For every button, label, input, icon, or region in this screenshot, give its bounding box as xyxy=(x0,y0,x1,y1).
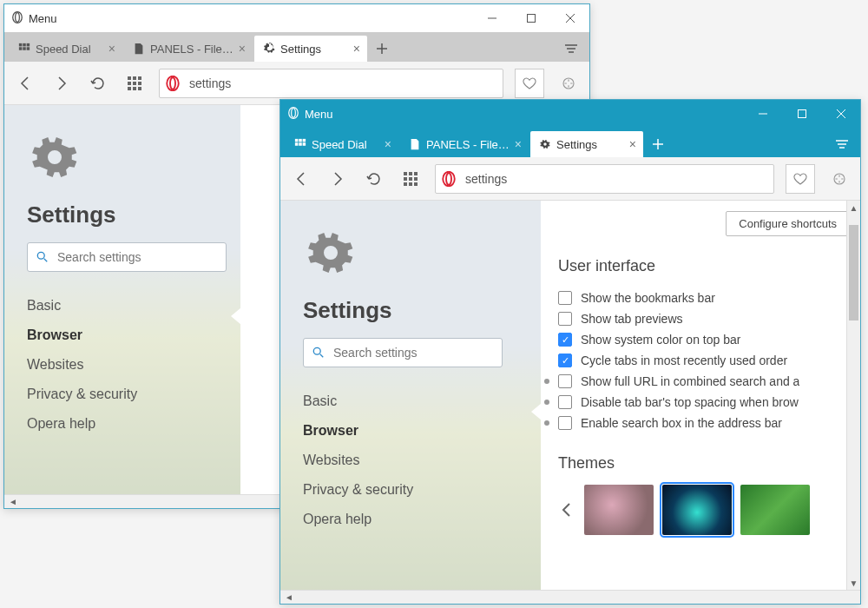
nav-opera-help[interactable]: Opera help xyxy=(303,505,523,534)
svg-rect-20 xyxy=(128,82,131,85)
scroll-up-icon[interactable]: ▲ xyxy=(847,201,860,215)
svg-rect-18 xyxy=(133,76,136,80)
nav-browser[interactable]: Browser xyxy=(27,321,223,350)
tab-settings[interactable]: Settings × xyxy=(530,131,643,157)
sidebar-title: Settings xyxy=(27,202,223,228)
opt-show-tab-previews[interactable]: Show tab previews xyxy=(558,308,850,329)
svg-rect-55 xyxy=(409,182,412,186)
tab-menu-icon[interactable] xyxy=(829,131,855,157)
tab-close-icon[interactable]: × xyxy=(239,43,246,55)
tab-panels-file[interactable]: PANELS - File… × xyxy=(124,36,253,62)
tab-label: Settings xyxy=(280,43,321,56)
tab-label: PANELS - File… xyxy=(150,43,233,56)
address-input[interactable] xyxy=(187,76,497,91)
maximize-button[interactable] xyxy=(511,4,550,32)
checkbox[interactable] xyxy=(558,395,572,409)
tab-strip: Speed Dial × PANELS - File… × Settings × xyxy=(280,128,860,157)
scroll-left-icon[interactable]: ◄ xyxy=(6,497,20,506)
chevron-left-icon[interactable] xyxy=(558,501,575,519)
scroll-thumb[interactable] xyxy=(849,225,858,321)
checkbox[interactable] xyxy=(558,333,572,347)
minimize-button[interactable] xyxy=(743,100,782,128)
forward-button[interactable] xyxy=(326,167,350,191)
nav-privacy-security[interactable]: Privacy & security xyxy=(27,380,223,409)
nav-browser[interactable]: Browser xyxy=(303,416,523,446)
opt-enable-search-box[interactable]: Enable search box in the address bar xyxy=(544,413,850,433)
theme-thumb-3[interactable] xyxy=(740,485,810,535)
extensions-button[interactable] xyxy=(556,71,581,96)
bookmark-heart-button[interactable] xyxy=(515,69,544,98)
svg-rect-10 xyxy=(23,47,26,50)
horizontal-scrollbar[interactable]: ◄ xyxy=(280,590,860,604)
svg-rect-51 xyxy=(404,177,407,181)
opt-cycle-tabs-mru[interactable]: Cycle tabs in most recently used order xyxy=(558,350,850,371)
opt-disable-tab-spacing[interactable]: Disable tab bar's top spacing when brow xyxy=(544,392,850,413)
sidebar-search[interactable] xyxy=(27,242,227,272)
back-button[interactable] xyxy=(289,167,313,191)
tab-close-icon[interactable]: × xyxy=(353,43,360,55)
scroll-down-icon[interactable]: ▼ xyxy=(847,576,860,590)
opt-show-system-color[interactable]: Show system color on top bar xyxy=(558,329,850,350)
checkbox[interactable] xyxy=(558,291,572,305)
checkbox[interactable] xyxy=(558,312,572,326)
tab-speed-dial[interactable]: Speed Dial × xyxy=(10,36,122,62)
checkbox[interactable] xyxy=(558,354,572,367)
nav-websites[interactable]: Websites xyxy=(27,350,223,380)
address-bar[interactable] xyxy=(159,69,503,98)
opt-show-bookmarks-bar[interactable]: Show the bookmarks bar xyxy=(558,287,850,308)
svg-rect-9 xyxy=(19,47,23,50)
opt-label: Disable tab bar's top spacing when brow xyxy=(581,395,799,409)
tab-close-icon[interactable]: × xyxy=(629,138,636,150)
theme-thumb-1[interactable] xyxy=(584,485,654,535)
settings-gear-icon xyxy=(303,225,358,281)
section-themes: Themes xyxy=(558,454,850,473)
tab-label: Settings xyxy=(556,138,597,151)
vertical-scrollbar[interactable]: ▲ ▼ xyxy=(846,201,860,590)
toolbar xyxy=(280,157,860,201)
maximize-button[interactable] xyxy=(782,100,821,128)
new-tab-button[interactable] xyxy=(645,131,671,157)
address-bar[interactable] xyxy=(435,164,774,194)
extensions-button[interactable] xyxy=(827,167,852,191)
reload-button[interactable] xyxy=(86,71,110,96)
nav-basic[interactable]: Basic xyxy=(303,387,523,416)
sidebar-search-input[interactable] xyxy=(332,345,493,360)
checkbox[interactable] xyxy=(558,374,572,388)
checkbox[interactable] xyxy=(558,416,572,430)
opt-show-full-url[interactable]: Show full URL in combined search and a xyxy=(544,371,850,392)
nav-websites[interactable]: Websites xyxy=(303,446,523,475)
tab-speed-dial[interactable]: Speed Dial × xyxy=(286,131,398,157)
nav-basic[interactable]: Basic xyxy=(27,291,223,321)
sidebar-search-input[interactable] xyxy=(56,249,217,265)
speed-dial-button[interactable] xyxy=(122,71,147,96)
close-button[interactable] xyxy=(821,100,860,128)
nav-privacy-security[interactable]: Privacy & security xyxy=(303,475,523,505)
opt-label: Show system color on top bar xyxy=(581,333,740,347)
address-input[interactable] xyxy=(464,171,768,187)
tab-close-icon[interactable]: × xyxy=(108,43,115,55)
menu-label[interactable]: Menu xyxy=(29,12,57,25)
back-button[interactable] xyxy=(13,71,37,96)
svg-rect-37 xyxy=(295,139,299,142)
bookmark-heart-button[interactable] xyxy=(786,164,815,194)
tab-close-icon[interactable]: × xyxy=(385,138,391,150)
tab-settings[interactable]: Settings × xyxy=(254,36,367,62)
reload-button[interactable] xyxy=(362,167,386,191)
svg-rect-17 xyxy=(128,76,131,80)
speed-dial-button[interactable] xyxy=(398,167,423,191)
scroll-left-icon[interactable]: ◄ xyxy=(282,592,296,602)
svg-point-0 xyxy=(13,11,23,23)
menu-label[interactable]: Menu xyxy=(305,108,333,121)
new-tab-button[interactable] xyxy=(369,36,395,62)
tab-panels-file[interactable]: PANELS - File… × xyxy=(400,131,529,157)
opt-label: Show the bookmarks bar xyxy=(581,291,715,305)
theme-thumb-2[interactable] xyxy=(662,485,732,535)
nav-opera-help[interactable]: Opera help xyxy=(27,409,223,439)
tab-menu-icon[interactable] xyxy=(558,36,584,62)
minimize-button[interactable] xyxy=(472,4,511,32)
tab-close-icon[interactable]: × xyxy=(515,138,522,150)
configure-shortcuts-button[interactable]: Configure shortcuts xyxy=(726,211,850,236)
forward-button[interactable] xyxy=(49,71,74,96)
close-button[interactable] xyxy=(550,4,589,32)
sidebar-search[interactable] xyxy=(303,338,503,367)
